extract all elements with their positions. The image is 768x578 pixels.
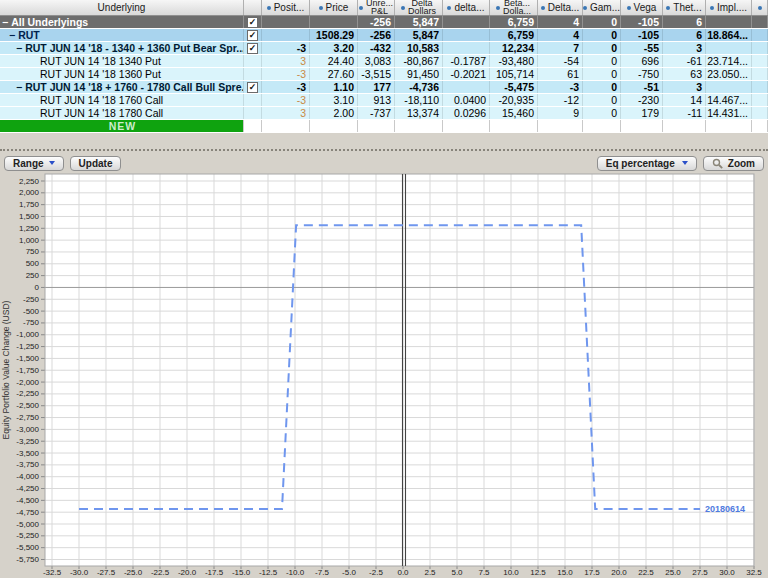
column-header-dd[interactable]: DeltaDollars [395, 0, 443, 15]
table-row[interactable]: RUT JUN 14 '18 1360 Put-327.60-3,51591,4… [0, 68, 768, 81]
column-header-label: Gam... [590, 2, 620, 13]
svg-text:-500: -500 [23, 307, 40, 316]
column-header-posit[interactable]: Posit... [262, 0, 310, 15]
range-dropdown-button[interactable]: Range [4, 156, 64, 171]
svg-text:-1,250: -1,250 [16, 342, 39, 351]
svg-text:1,750: 1,750 [19, 200, 40, 209]
column-header-label: Beta...Dolla... [503, 0, 531, 15]
update-button[interactable]: Update [70, 156, 122, 171]
sort-bullet-icon [267, 6, 271, 10]
chart-toolbar: Range Update Eq percentage Zoom [0, 154, 768, 172]
row-checkbox[interactable]: ✓ [247, 17, 258, 28]
instrument-label: RUT JUN 14 '18 1760 Call [40, 94, 163, 106]
cell-check [244, 120, 262, 132]
table-row[interactable]: −RUT JUN 14 '18 - 1340 + 1360 Put Bear S… [0, 42, 768, 55]
cell-unre: -256 [358, 16, 395, 28]
column-header-label: DeltaDollars [408, 0, 436, 15]
cell-dd: 10,583 [395, 42, 443, 54]
cell-thet: 3 [663, 42, 706, 54]
cell-deltas [443, 29, 490, 41]
cell-price: 24.40 [310, 55, 358, 67]
column-header-unre[interactable]: Unre...P&L [358, 0, 395, 15]
cell-vega: -55 [621, 42, 663, 54]
cell-unre: 913 [358, 94, 395, 106]
table-row[interactable]: RUT JUN 14 '18 1340 Put324.403,083-80,86… [0, 55, 768, 68]
svg-text:Equity Portfolio Value Change: Equity Portfolio Value Change (USD) [1, 300, 11, 439]
cell-check: ✓ [244, 29, 262, 41]
svg-text:-3,750: -3,750 [16, 460, 39, 469]
svg-text:25.0: 25.0 [665, 568, 681, 577]
cell-gam: 0 [583, 81, 621, 93]
svg-text:10.0: 10.0 [503, 568, 519, 577]
column-header-price[interactable]: Price [310, 0, 358, 15]
cell-impl: 18.864... [706, 29, 752, 41]
cell-unre: -737 [358, 107, 395, 119]
svg-text:22.5: 22.5 [638, 568, 654, 577]
column-header-vega[interactable]: Vega [621, 0, 663, 15]
svg-text:27.5: 27.5 [692, 568, 708, 577]
row-checkbox[interactable]: ✓ [247, 30, 258, 41]
column-header-label: Thet... [673, 2, 701, 13]
zoom-label: Zoom [728, 158, 755, 169]
cell-dd: 5,847 [395, 29, 443, 41]
column-header-thet[interactable]: Thet... [663, 0, 706, 15]
svg-text:-4,500: -4,500 [16, 496, 39, 505]
cell-thet: 6 [663, 16, 706, 28]
cell-more [752, 68, 768, 80]
cell-unre: -432 [358, 42, 395, 54]
axis-unit-select[interactable]: Eq percentage [597, 156, 697, 171]
cell-beta: 12,234 [490, 42, 538, 54]
cell-posit: -3 [262, 81, 310, 93]
column-header-check [244, 0, 262, 15]
column-header-gam[interactable]: Gam... [583, 0, 621, 15]
cell-price [310, 16, 358, 28]
cell-underlying: −RUT JUN 14 '18 - 1340 + 1360 Put Bear S… [0, 42, 244, 54]
splitter-dots [0, 149, 768, 151]
cell-gam: 0 [583, 29, 621, 41]
collapse-icon[interactable]: − [2, 16, 8, 28]
collapse-icon[interactable]: − [16, 81, 22, 93]
zoom-button[interactable]: Zoom [703, 156, 764, 171]
table-row[interactable]: RUT JUN 14 '18 1780 Call32.00-73713,3740… [0, 107, 768, 120]
new-position-row-label: NEW [0, 120, 244, 132]
svg-text:17.5: 17.5 [584, 568, 600, 577]
cell-delta: 4 [538, 16, 583, 28]
column-header-delta[interactable]: Delta... [538, 0, 583, 15]
cell-delta: 61 [538, 68, 583, 80]
table-row[interactable]: −RUT✓1508.29-2565,8476,75940-105618.864.… [0, 29, 768, 42]
svg-text:-5,000: -5,000 [16, 520, 39, 529]
cell-deltas: -0.2021 [443, 68, 490, 80]
column-header-label: Posit... [274, 2, 305, 13]
row-checkbox[interactable]: ✓ [247, 43, 258, 54]
cell-gam: 0 [583, 16, 621, 28]
column-header-beta[interactable]: Beta...Dolla... [490, 0, 538, 15]
cell-underlying: −RUT JUN 14 '18 + 1760 - 1780 Call Bull … [0, 81, 244, 93]
collapse-icon[interactable]: − [9, 29, 15, 41]
column-header-impl[interactable]: Impl.... [706, 0, 752, 15]
cell-check [244, 107, 262, 119]
table-row[interactable]: −All Underlyings✓-2565,8476,75940-1056 [0, 16, 768, 29]
svg-text:-15.0: -15.0 [232, 568, 251, 577]
column-header-underlying[interactable]: Underlying [0, 0, 244, 15]
cell-posit: 3 [262, 107, 310, 119]
svg-text:-30.0: -30.0 [70, 568, 89, 577]
svg-text:0: 0 [35, 283, 40, 292]
risk-profile-chart[interactable]: -32.5-30.0-27.5-25.0-22.5-20.0-17.5-15.0… [0, 172, 768, 578]
cell-more [752, 94, 768, 106]
cell-unre: 3,083 [358, 55, 395, 67]
column-header-label: Delta... [548, 2, 580, 13]
cell-delta: -3 [538, 81, 583, 93]
collapse-icon[interactable]: − [16, 42, 22, 54]
cell-dd: -80,867 [395, 55, 443, 67]
column-header-deltas[interactable]: delta... [443, 0, 490, 15]
cell-deltas [443, 16, 490, 28]
table-row[interactable]: NEW [0, 120, 768, 133]
table-row[interactable]: RUT JUN 14 '18 1760 Call-33.10913-18,110… [0, 94, 768, 107]
svg-text:-32.5: -32.5 [43, 568, 62, 577]
table-row[interactable]: −RUT JUN 14 '18 + 1760 - 1780 Call Bull … [0, 81, 768, 94]
pnl-plot[interactable]: -32.5-30.0-27.5-25.0-22.5-20.0-17.5-15.0… [0, 172, 768, 578]
cell-unre: -256 [358, 29, 395, 41]
cell-delta: 9 [538, 107, 583, 119]
cell-posit: 3 [262, 55, 310, 67]
row-checkbox[interactable]: ✓ [247, 82, 258, 93]
